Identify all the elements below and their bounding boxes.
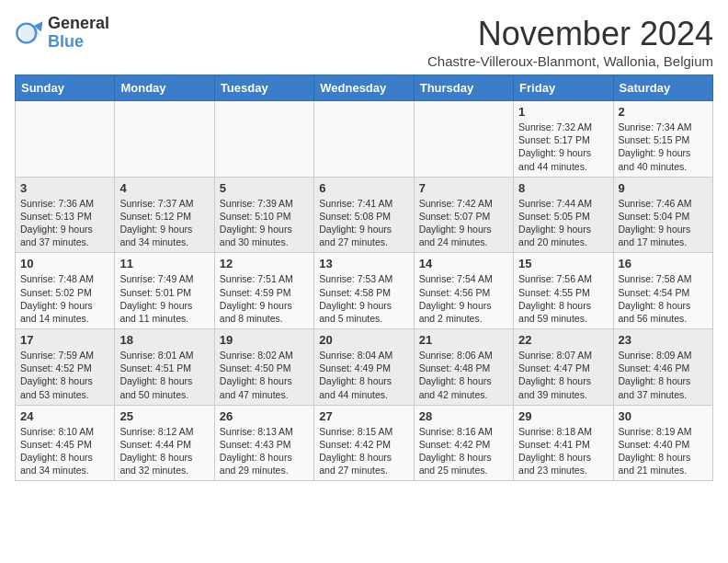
day-info: Sunrise: 8:16 AM Sunset: 4:42 PM Dayligh… [419, 425, 508, 477]
week-row-4: 17Sunrise: 7:59 AM Sunset: 4:52 PM Dayli… [16, 329, 713, 406]
calendar-cell: 7Sunrise: 7:42 AM Sunset: 5:07 PM Daylig… [414, 177, 513, 253]
day-info: Sunrise: 7:53 AM Sunset: 4:58 PM Dayligh… [319, 272, 408, 325]
day-info: Sunrise: 8:01 AM Sunset: 4:51 PM Dayligh… [119, 349, 209, 401]
calendar-cell: 16Sunrise: 7:58 AM Sunset: 4:54 PM Dayli… [613, 253, 712, 329]
day-info: Sunrise: 7:44 AM Sunset: 5:05 PM Dayligh… [518, 197, 608, 249]
col-header-thursday: Thursday [414, 75, 513, 101]
day-info: Sunrise: 8:02 AM Sunset: 4:50 PM Dayligh… [220, 349, 309, 401]
day-info: Sunrise: 7:51 AM Sunset: 4:59 PM Dayligh… [220, 272, 309, 325]
calendar-cell [314, 101, 414, 178]
calendar-cell: 1Sunrise: 7:32 AM Sunset: 5:17 PM Daylig… [514, 101, 613, 178]
col-header-wednesday: Wednesday [314, 75, 414, 101]
logo-text: General Blue [48, 15, 109, 52]
day-info: Sunrise: 8:19 AM Sunset: 4:40 PM Dayligh… [619, 425, 708, 477]
calendar-cell: 14Sunrise: 7:54 AM Sunset: 4:56 PM Dayli… [414, 253, 513, 329]
calendar-cell: 10Sunrise: 7:48 AM Sunset: 5:02 PM Dayli… [16, 253, 115, 329]
day-number: 3 [20, 181, 109, 195]
logo: General Blue [15, 15, 109, 52]
day-number: 23 [619, 333, 708, 347]
calendar-cell: 11Sunrise: 7:49 AM Sunset: 5:01 PM Dayli… [115, 253, 214, 329]
day-number: 29 [518, 409, 608, 423]
day-number: 17 [20, 333, 109, 347]
day-number: 19 [220, 333, 309, 347]
col-header-sunday: Sunday [16, 75, 115, 101]
col-header-tuesday: Tuesday [214, 75, 313, 101]
col-header-monday: Monday [115, 75, 214, 101]
day-info: Sunrise: 7:59 AM Sunset: 4:52 PM Dayligh… [20, 349, 109, 401]
logo-icon [15, 18, 44, 48]
day-info: Sunrise: 7:32 AM Sunset: 5:17 PM Dayligh… [518, 121, 608, 173]
day-number: 28 [419, 409, 508, 423]
week-row-3: 10Sunrise: 7:48 AM Sunset: 5:02 PM Dayli… [16, 253, 713, 329]
calendar-cell: 2Sunrise: 7:34 AM Sunset: 5:15 PM Daylig… [613, 101, 712, 178]
month-title: November 2024 [427, 15, 713, 53]
calendar-cell [115, 101, 214, 178]
calendar-cell: 9Sunrise: 7:46 AM Sunset: 5:04 PM Daylig… [613, 177, 712, 253]
day-info: Sunrise: 7:48 AM Sunset: 5:02 PM Dayligh… [20, 272, 109, 325]
day-number: 10 [20, 257, 109, 270]
day-info: Sunrise: 8:12 AM Sunset: 4:44 PM Dayligh… [119, 425, 209, 477]
calendar-cell: 13Sunrise: 7:53 AM Sunset: 4:58 PM Dayli… [314, 253, 414, 329]
day-info: Sunrise: 7:37 AM Sunset: 5:12 PM Dayligh… [119, 197, 209, 249]
day-number: 5 [220, 181, 309, 195]
calendar-cell [414, 101, 513, 178]
day-number: 6 [319, 181, 408, 195]
calendar-cell: 29Sunrise: 8:18 AM Sunset: 4:41 PM Dayli… [514, 405, 613, 481]
calendar-cell: 15Sunrise: 7:56 AM Sunset: 4:55 PM Dayli… [514, 253, 613, 329]
day-number: 1 [518, 105, 608, 119]
week-row-1: 1Sunrise: 7:32 AM Sunset: 5:17 PM Daylig… [16, 101, 713, 178]
calendar-table: SundayMondayTuesdayWednesdayThursdayFrid… [15, 75, 713, 481]
day-info: Sunrise: 7:39 AM Sunset: 5:10 PM Dayligh… [220, 197, 309, 249]
day-info: Sunrise: 7:42 AM Sunset: 5:07 PM Dayligh… [419, 197, 508, 249]
calendar-cell: 20Sunrise: 8:04 AM Sunset: 4:49 PM Dayli… [314, 329, 414, 406]
calendar-cell: 12Sunrise: 7:51 AM Sunset: 4:59 PM Dayli… [214, 253, 313, 329]
day-info: Sunrise: 8:09 AM Sunset: 4:46 PM Dayligh… [619, 349, 708, 401]
calendar-cell: 8Sunrise: 7:44 AM Sunset: 5:05 PM Daylig… [514, 177, 613, 253]
day-number: 14 [419, 257, 508, 270]
day-info: Sunrise: 8:10 AM Sunset: 4:45 PM Dayligh… [20, 425, 109, 477]
calendar-cell: 19Sunrise: 8:02 AM Sunset: 4:50 PM Dayli… [214, 329, 313, 406]
day-number: 21 [419, 333, 508, 347]
day-number: 11 [119, 257, 209, 270]
calendar-cell: 21Sunrise: 8:06 AM Sunset: 4:48 PM Dayli… [414, 329, 513, 406]
calendar-cell [214, 101, 313, 178]
day-number: 27 [319, 409, 408, 423]
header: General Blue November 2024 Chastre-Ville… [15, 15, 713, 69]
col-header-friday: Friday [514, 75, 613, 101]
day-info: Sunrise: 7:58 AM Sunset: 4:54 PM Dayligh… [619, 272, 708, 325]
day-number: 18 [119, 333, 209, 347]
calendar-cell: 3Sunrise: 7:36 AM Sunset: 5:13 PM Daylig… [16, 177, 115, 253]
calendar-cell [16, 101, 115, 178]
day-info: Sunrise: 8:07 AM Sunset: 4:47 PM Dayligh… [518, 349, 608, 401]
calendar-cell: 17Sunrise: 7:59 AM Sunset: 4:52 PM Dayli… [16, 329, 115, 406]
day-number: 26 [220, 409, 309, 423]
day-number: 22 [518, 333, 608, 347]
calendar-cell: 27Sunrise: 8:15 AM Sunset: 4:42 PM Dayli… [314, 405, 414, 481]
day-info: Sunrise: 8:15 AM Sunset: 4:42 PM Dayligh… [319, 425, 408, 477]
day-number: 12 [220, 257, 309, 270]
day-info: Sunrise: 7:41 AM Sunset: 5:08 PM Dayligh… [319, 197, 408, 249]
week-row-2: 3Sunrise: 7:36 AM Sunset: 5:13 PM Daylig… [16, 177, 713, 253]
day-number: 30 [619, 409, 708, 423]
calendar-cell: 22Sunrise: 8:07 AM Sunset: 4:47 PM Dayli… [514, 329, 613, 406]
week-row-5: 24Sunrise: 8:10 AM Sunset: 4:45 PM Dayli… [16, 405, 713, 481]
day-info: Sunrise: 7:54 AM Sunset: 4:56 PM Dayligh… [419, 272, 508, 325]
day-info: Sunrise: 8:04 AM Sunset: 4:49 PM Dayligh… [319, 349, 408, 401]
calendar-cell: 18Sunrise: 8:01 AM Sunset: 4:51 PM Dayli… [115, 329, 214, 406]
day-number: 13 [319, 257, 408, 270]
day-number: 25 [119, 409, 209, 423]
day-number: 9 [619, 181, 708, 195]
day-info: Sunrise: 7:46 AM Sunset: 5:04 PM Dayligh… [619, 197, 708, 249]
day-info: Sunrise: 8:13 AM Sunset: 4:43 PM Dayligh… [220, 425, 309, 477]
day-number: 16 [619, 257, 708, 270]
title-area: November 2024 Chastre-Villeroux-Blanmont… [427, 15, 713, 69]
day-info: Sunrise: 7:49 AM Sunset: 5:01 PM Dayligh… [119, 272, 209, 325]
day-number: 20 [319, 333, 408, 347]
calendar-cell: 28Sunrise: 8:16 AM Sunset: 4:42 PM Dayli… [414, 405, 513, 481]
col-header-saturday: Saturday [613, 75, 712, 101]
calendar-cell: 30Sunrise: 8:19 AM Sunset: 4:40 PM Dayli… [613, 405, 712, 481]
day-number: 24 [20, 409, 109, 423]
day-number: 4 [119, 181, 209, 195]
day-number: 15 [518, 257, 608, 270]
day-info: Sunrise: 7:34 AM Sunset: 5:15 PM Dayligh… [619, 121, 708, 173]
